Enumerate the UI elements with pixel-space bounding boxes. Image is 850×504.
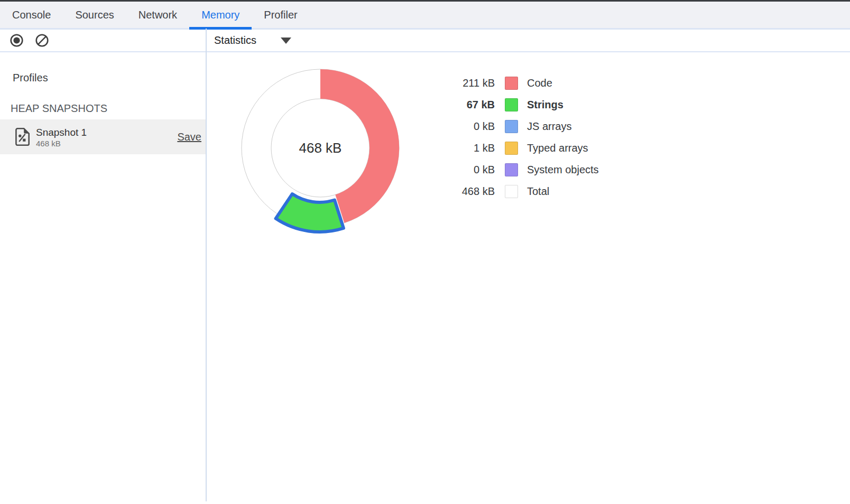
legend-value: 468 kB [447, 185, 495, 198]
triangle-down-icon [281, 38, 291, 44]
strings-swatch-icon [505, 98, 518, 111]
chart-legend: 211 kB Code 67 kB Strings 0 kB JS arrays… [447, 72, 599, 202]
legend-row-typed-arrays[interactable]: 1 kB Typed arrays [447, 137, 599, 159]
block-clear-icon[interactable] [35, 33, 49, 48]
perspective-dropdown[interactable]: Statistics [214, 34, 291, 46]
tab-network[interactable]: Network [126, 2, 189, 28]
snapshot-list-item[interactable]: Snapshot 1 468 kB Save [0, 119, 206, 154]
legend-label: Code [527, 77, 552, 89]
legend-value: 211 kB [447, 77, 495, 89]
system-objects-swatch-icon [505, 163, 518, 176]
panel-content: Profiles HEAP SNAPSHOTS Snapshot 1 468 k… [0, 52, 850, 503]
legend-label: System objects [527, 164, 599, 176]
legend-row-js-arrays[interactable]: 0 kB JS arrays [447, 116, 599, 137]
tab-profiler[interactable]: Profiler [252, 2, 309, 28]
legend-label: Typed arrays [527, 142, 588, 154]
js-arrays-swatch-icon [505, 120, 518, 133]
document-percent-icon [15, 128, 30, 146]
legend-row-system-objects[interactable]: 0 kB System objects [447, 159, 599, 181]
code-swatch-icon [505, 77, 518, 90]
donut-center-label: 468 kB [299, 140, 342, 156]
heap-snapshots-section-heading: HEAP SNAPSHOTS [11, 101, 206, 115]
profiles-heading: Profiles [13, 71, 206, 85]
donut-slice-strings[interactable] [276, 194, 344, 232]
snapshot-meta: Snapshot 1 468 kB [36, 126, 87, 148]
legend-value: 0 kB [447, 164, 495, 176]
snapshot-size: 468 kB [36, 139, 87, 148]
save-link[interactable]: Save [177, 131, 201, 143]
memory-toolbar: Statistics [0, 30, 850, 52]
toolbar-right-section: Statistics [206, 30, 291, 51]
typed-arrays-swatch-icon [505, 142, 518, 155]
legend-row-strings[interactable]: 67 kB Strings [447, 94, 599, 116]
legend-value: 67 kB [447, 99, 495, 111]
heap-donut-chart: 468 kB [230, 58, 410, 238]
devtools-tab-bar: Console Sources Network Memory Profiler [0, 2, 850, 30]
legend-value: 0 kB [447, 120, 495, 133]
total-swatch-icon [505, 185, 518, 198]
tab-console[interactable]: Console [0, 2, 63, 28]
tab-memory[interactable]: Memory [189, 2, 252, 28]
legend-row-total[interactable]: 468 kB Total [447, 181, 599, 202]
perspective-dropdown-label: Statistics [214, 34, 256, 46]
statistics-view: 468 kB 211 kB Code 67 kB Strings 0 kB JS… [207, 52, 850, 503]
toolbar-left-section [0, 30, 206, 51]
tab-sources[interactable]: Sources [63, 2, 126, 28]
legend-label: JS arrays [527, 120, 571, 133]
legend-value: 1 kB [447, 142, 495, 154]
record-icon[interactable] [10, 33, 24, 48]
legend-label: Total [527, 185, 549, 198]
snapshot-title: Snapshot 1 [36, 126, 87, 139]
profiles-sidebar: Profiles HEAP SNAPSHOTS Snapshot 1 468 k… [0, 52, 206, 503]
legend-label: Strings [527, 99, 563, 111]
legend-row-code[interactable]: 211 kB Code [447, 72, 599, 94]
